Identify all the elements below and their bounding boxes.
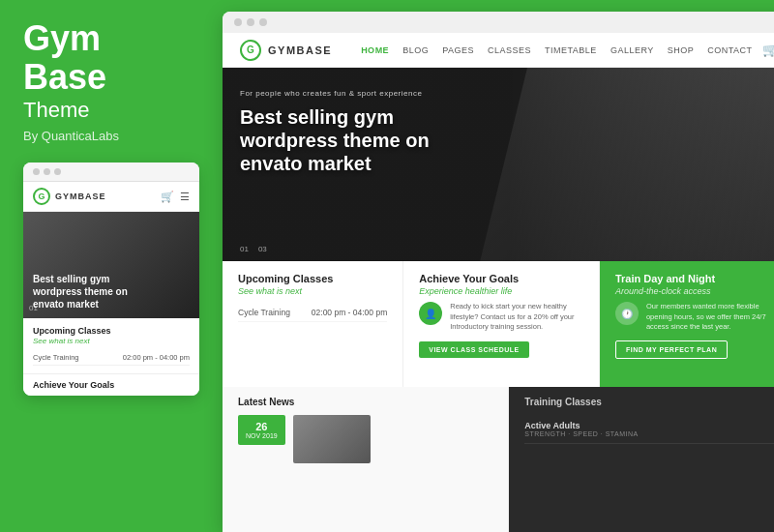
mobile-mockup: G GYMBASE 🛒 ☰ Best selling gym wordpress… — [23, 163, 199, 396]
latest-news-section: Latest News 26 NOV 2019 — [223, 387, 509, 532]
desktop-info-row: Upcoming Classes See what is next Cycle … — [223, 261, 774, 387]
news-image — [293, 415, 371, 463]
find-plan-button[interactable]: FIND MY PERFECT PLAN — [615, 340, 728, 359]
mobile-nav-icons: 🛒 ☰ — [161, 191, 190, 203]
mobile-class-time: 02:00 pm - 04:00 pm — [123, 353, 190, 362]
nav-link-timetable[interactable]: TIMETABLE — [545, 45, 597, 55]
mobile-hero: Best selling gym wordpress theme on enva… — [23, 212, 199, 318]
mobile-logo-icon: G — [33, 188, 50, 205]
achieve-row: 👤 Ready to kick start your new healthy l… — [419, 302, 583, 333]
desktop-dot-2 — [247, 18, 254, 26]
mobile-logo-area: G GYMBASE — [33, 188, 106, 205]
nav-link-classes[interactable]: CLASSES — [488, 45, 531, 55]
class-row: Cycle Training 02:00 pm - 04:00 pm — [238, 304, 387, 322]
achieve-section: Achieve Your Goals Experience healthier … — [403, 261, 600, 387]
slide-current: 01 — [240, 245, 249, 253]
desktop-dot-3 — [259, 18, 267, 26]
train-title: Train Day and Night — [615, 273, 774, 284]
class-time: 02:00 pm - 04:00 pm — [312, 308, 387, 317]
upcoming-sub: See what is next — [238, 286, 387, 296]
nav-link-home[interactable]: HOME — [361, 45, 389, 55]
nav-link-pages[interactable]: PAGES — [442, 45, 474, 55]
achieve-description: Ready to kick start your new healthy lif… — [450, 302, 583, 333]
achieve-icon: 👤 — [419, 302, 442, 325]
nav-link-shop[interactable]: SHOP — [668, 45, 695, 55]
class-name: Cycle Training — [238, 308, 290, 317]
menu-icon: ☰ — [180, 191, 190, 203]
mobile-upcoming-sub: See what is next — [33, 337, 190, 345]
mobile-achieve: Achieve Your Goals — [23, 373, 199, 396]
achieve-sub: Experience healthier life — [419, 286, 583, 296]
desktop-hero: For people who creates fun & sport exper… — [223, 68, 774, 261]
training-classes-section: Training Classes Active Adults STRENGTH … — [509, 387, 774, 532]
training-class-name: Active Adults — [524, 421, 639, 430]
training-classes-title: Training Classes — [524, 397, 774, 407]
desktop-nav: G GYMBASE HOME BLOG PAGES CLASSES TIMETA… — [223, 33, 774, 68]
news-date-badge: 26 NOV 2019 — [238, 415, 285, 445]
nav-link-contact[interactable]: CONTACT — [707, 45, 752, 55]
upcoming-title: Upcoming Classes — [238, 273, 387, 284]
mobile-class-row: Cycle Training 02:00 pm - 04:00 pm — [33, 350, 190, 366]
nav-link-gallery[interactable]: GALLERY — [610, 45, 654, 55]
mobile-class-name: Cycle Training — [33, 353, 79, 362]
brand-title: Gym Base — [23, 19, 199, 96]
train-section: Train Day and Night Around-the-clock acc… — [600, 261, 774, 387]
train-row: 🕐 Our members wanted more flexible openi… — [615, 302, 774, 333]
mobile-achieve-title: Achieve Your Goals — [33, 380, 190, 390]
mobile-dot-1 — [33, 168, 40, 175]
mobile-dot-2 — [44, 168, 50, 175]
right-panel: G GYMBASE HOME BLOG PAGES CLASSES TIMETA… — [223, 0, 774, 532]
brand-subtitle: Theme — [23, 98, 199, 123]
desktop-logo-text: GYMBASE — [268, 44, 332, 56]
desktop-nav-links: HOME BLOG PAGES CLASSES TIMETABLE GALLER… — [361, 45, 752, 55]
training-class-item: Active Adults STRENGTH · SPEED · STAMINA… — [524, 415, 774, 444]
mobile-nav: G GYMBASE 🛒 ☰ — [23, 182, 199, 212]
slide-next: 03 — [258, 245, 267, 253]
mobile-hero-text: Best selling gym wordpress theme on enva… — [33, 273, 190, 310]
desktop-logo-area: G GYMBASE — [240, 40, 332, 61]
mobile-hero-num: 01 — [29, 304, 38, 312]
desktop-bottom: Latest News 26 NOV 2019 Training Classes… — [223, 387, 774, 532]
cart-icon: 🛒 — [161, 191, 174, 203]
mobile-top-bar — [23, 163, 199, 182]
train-icon: 🕐 — [615, 302, 639, 325]
news-date-month: NOV 2019 — [246, 432, 278, 439]
train-sub: Around-the-clock access — [615, 286, 774, 296]
news-date-day: 26 — [246, 421, 278, 432]
training-class-info: Active Adults STRENGTH · SPEED · STAMINA — [524, 421, 639, 437]
achieve-title: Achieve Your Goals — [419, 273, 583, 284]
view-class-schedule-button[interactable]: VIEW CLASS SCHEDULE — [419, 341, 529, 358]
desktop-dot-1 — [234, 18, 242, 26]
brand-by: By QuanticaLabs — [23, 129, 199, 143]
mobile-logo-text: GYMBASE — [55, 192, 106, 201]
mobile-content: Upcoming Classes See what is next Cycle … — [23, 318, 199, 373]
desktop-top-bar — [223, 12, 774, 33]
desktop-hero-content: For people who creates fun & sport exper… — [223, 68, 774, 196]
news-card: 26 NOV 2019 — [238, 415, 492, 463]
desktop-mockup: G GYMBASE HOME BLOG PAGES CLASSES TIMETA… — [223, 12, 774, 532]
desktop-hero-title: Best selling gym wordpress theme on enva… — [240, 105, 472, 175]
desktop-hero-tagline: For people who creates fun & sport exper… — [240, 89, 774, 98]
nav-link-blog[interactable]: BLOG — [402, 45, 429, 55]
desktop-hero-nums: 01 03 — [240, 245, 267, 253]
latest-news-title: Latest News — [238, 397, 492, 407]
mobile-dot-3 — [54, 168, 61, 175]
upcoming-section: Upcoming Classes See what is next Cycle … — [223, 261, 403, 387]
train-description: Our members wanted more flexible opening… — [646, 302, 774, 333]
mobile-upcoming-title: Upcoming Classes — [33, 326, 190, 336]
cart-icon[interactable]: 🛒 — [762, 43, 774, 57]
desktop-logo-icon: G — [240, 40, 261, 61]
left-panel: Gym Base Theme By QuanticaLabs G GYMBASE… — [0, 0, 223, 532]
training-class-tags: STRENGTH · SPEED · STAMINA — [524, 430, 639, 437]
